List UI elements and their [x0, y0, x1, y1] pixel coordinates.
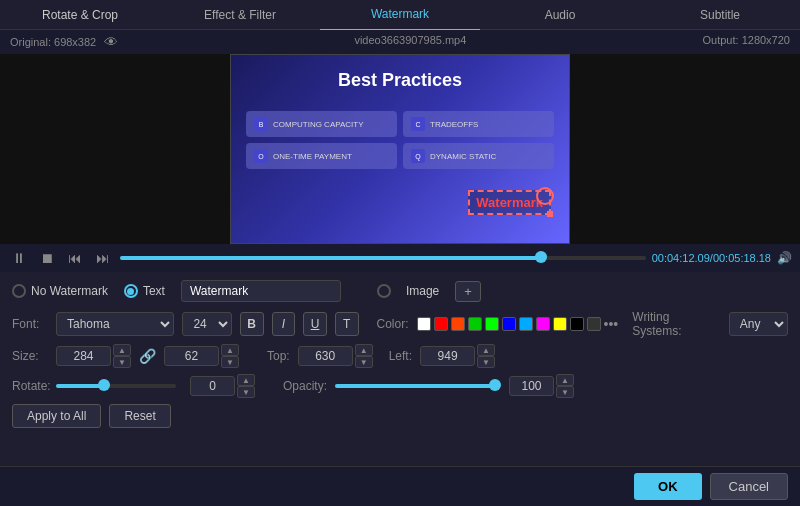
tab-watermark[interactable]: Watermark	[320, 0, 480, 31]
no-watermark-radio-circle[interactable]	[12, 284, 26, 298]
stop-btn[interactable]: ⏹	[36, 248, 58, 268]
italic-btn[interactable]: I	[272, 312, 296, 336]
swatch-red[interactable]	[434, 317, 448, 331]
timeline-row: ⏸ ⏹ ⏮ ⏭ 00:04:12.09/00:05:18.18 🔊	[0, 244, 800, 272]
swatch-dark[interactable]	[587, 317, 601, 331]
text-style-btn[interactable]: T	[335, 312, 359, 336]
card-label-2: ONE-TIME PAYMENT	[273, 152, 352, 161]
link-icon[interactable]: 🔗	[139, 348, 156, 364]
color-swatches: •••	[417, 316, 619, 332]
play-pause-btn[interactable]: ⏸	[8, 248, 30, 268]
rotate-slider-thumb[interactable]	[98, 379, 110, 391]
font-row: Font: Tahoma 24 B I U T Color: ••• Writi…	[12, 310, 788, 338]
swatch-yellow[interactable]	[553, 317, 567, 331]
opacity-slider-track[interactable]	[335, 384, 495, 388]
tab-rotate-crop[interactable]: Rotate & Crop	[0, 0, 160, 30]
text-watermark-radio[interactable]: Text	[124, 284, 165, 298]
video-preview: Best Practices B COMPUTING CAPACITY C TR…	[230, 54, 570, 244]
prev-btn[interactable]: ⏮	[64, 248, 86, 268]
controls-area: No Watermark Text Image + Font: Tahoma 2…	[0, 272, 800, 466]
card-1: C TRADEOFFS	[403, 111, 554, 137]
more-colors-btn[interactable]: •••	[604, 316, 619, 332]
no-watermark-radio[interactable]: No Watermark	[12, 284, 108, 298]
watermark-display-text: Watermark	[476, 195, 543, 210]
time-display: 00:04:12.09/00:05:18.18	[652, 252, 771, 264]
top-label: Top:	[267, 349, 290, 363]
left-input[interactable]	[420, 346, 475, 366]
width-input-group: ▲ ▼	[56, 344, 131, 368]
apply-to-all-btn[interactable]: Apply to All	[12, 404, 101, 428]
watermark-text-input[interactable]	[181, 280, 341, 302]
tab-bar: Rotate & Crop Effect & Filter Watermark …	[0, 0, 800, 30]
timeline-track[interactable]	[120, 256, 646, 260]
visibility-icon[interactable]: 👁	[104, 34, 118, 50]
image-watermark-radio-circle[interactable]	[377, 284, 391, 298]
writing-label: Writing Systems:	[632, 310, 720, 338]
card-icon-3: Q	[411, 149, 425, 163]
watermark-rotate-handle[interactable]	[536, 187, 554, 205]
font-family-select[interactable]: Tahoma	[56, 312, 174, 336]
rotate-slider-fill	[56, 384, 104, 388]
left-down-btn[interactable]: ▼	[477, 356, 495, 368]
card-0: B COMPUTING CAPACITY	[246, 111, 397, 137]
swatch-green-dark[interactable]	[468, 317, 482, 331]
rotate-slider-track[interactable]	[56, 384, 176, 388]
font-size-select[interactable]: 24	[182, 312, 231, 336]
bold-btn[interactable]: B	[240, 312, 264, 336]
top-down-btn[interactable]: ▼	[355, 356, 373, 368]
volume-icon[interactable]: 🔊	[777, 251, 792, 265]
top-input[interactable]	[298, 346, 353, 366]
opacity-down-btn[interactable]: ▼	[556, 386, 574, 398]
rotate-down-btn[interactable]: ▼	[237, 386, 255, 398]
next-btn[interactable]: ⏭	[92, 248, 114, 268]
width-input[interactable]	[56, 346, 111, 366]
height-input[interactable]	[164, 346, 219, 366]
video-area: Best Practices B COMPUTING CAPACITY C TR…	[0, 54, 800, 244]
writing-system-select[interactable]: Any	[729, 312, 788, 336]
opacity-slider-fill	[335, 384, 495, 388]
width-up-btn[interactable]: ▲	[113, 344, 131, 356]
opacity-input[interactable]	[509, 376, 554, 396]
watermark-overlay[interactable]: Watermark	[468, 190, 551, 215]
output-size: Output: 1280x720	[703, 34, 790, 50]
card-label-3: DYNAMIC STATIC	[430, 152, 496, 161]
underline-btn[interactable]: U	[303, 312, 327, 336]
opacity-input-group: ▲ ▼	[509, 374, 574, 398]
image-watermark-radio[interactable]: Image	[377, 284, 439, 298]
ok-btn[interactable]: OK	[634, 473, 702, 500]
left-up-btn[interactable]: ▲	[477, 344, 495, 356]
swatch-magenta[interactable]	[536, 317, 550, 331]
height-up-btn[interactable]: ▲	[221, 344, 239, 356]
swatch-white[interactable]	[417, 317, 431, 331]
card-2: O ONE-TIME PAYMENT	[246, 143, 397, 169]
width-down-btn[interactable]: ▼	[113, 356, 131, 368]
height-down-btn[interactable]: ▼	[221, 356, 239, 368]
rotate-up-btn[interactable]: ▲	[237, 374, 255, 386]
card-label-1: TRADEOFFS	[430, 120, 478, 129]
bottom-action-row: Apply to All Reset	[12, 404, 788, 428]
card-icon-1: C	[411, 117, 425, 131]
opacity-up-btn[interactable]: ▲	[556, 374, 574, 386]
top-input-group: ▲ ▼	[298, 344, 373, 368]
tab-effect-filter[interactable]: Effect & Filter	[160, 0, 320, 30]
add-image-btn[interactable]: +	[455, 281, 481, 302]
rotate-input-group: ▲ ▼	[190, 374, 255, 398]
cancel-btn[interactable]: Cancel	[710, 473, 788, 500]
swatch-blue[interactable]	[502, 317, 516, 331]
rotate-label: Rotate:	[12, 379, 48, 393]
top-up-btn[interactable]: ▲	[355, 344, 373, 356]
opacity-slider-thumb[interactable]	[489, 379, 501, 391]
swatch-cyan[interactable]	[519, 317, 533, 331]
text-watermark-radio-circle[interactable]	[124, 284, 138, 298]
timeline-thumb[interactable]	[535, 251, 547, 263]
tab-subtitle[interactable]: Subtitle	[640, 0, 800, 30]
rotate-input[interactable]	[190, 376, 235, 396]
swatch-orange[interactable]	[451, 317, 465, 331]
swatch-black[interactable]	[570, 317, 584, 331]
tab-audio[interactable]: Audio	[480, 0, 640, 30]
font-label: Font:	[12, 317, 48, 331]
watermark-resize-handle[interactable]	[547, 211, 553, 217]
reset-btn[interactable]: Reset	[109, 404, 170, 428]
swatch-green[interactable]	[485, 317, 499, 331]
video-title: Best Practices	[338, 70, 462, 91]
